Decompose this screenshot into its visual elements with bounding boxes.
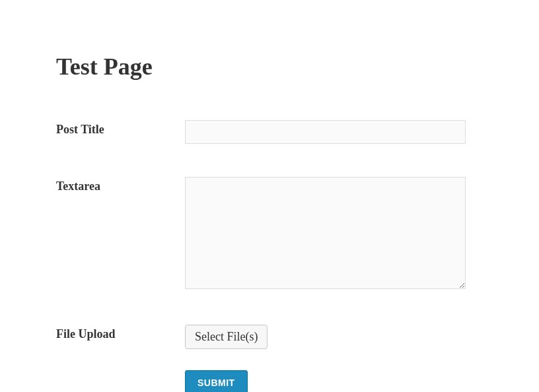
submit-row: SUBMIT bbox=[185, 370, 483, 392]
textarea-field bbox=[185, 177, 483, 292]
post-title-label: Post Title bbox=[56, 120, 185, 137]
textarea-input[interactable] bbox=[185, 177, 466, 289]
select-files-button[interactable]: Select File(s) bbox=[185, 325, 268, 349]
file-upload-field: Select File(s) bbox=[185, 325, 483, 349]
form-row-post-title: Post Title bbox=[56, 120, 483, 144]
post-title-input[interactable] bbox=[185, 120, 466, 144]
submit-button[interactable]: SUBMIT bbox=[185, 370, 248, 392]
form-row-textarea: Textarea bbox=[56, 177, 483, 292]
textarea-label: Textarea bbox=[56, 177, 185, 193]
post-title-field bbox=[185, 120, 483, 144]
page-title: Test Page bbox=[56, 53, 483, 81]
page-container: Test Page Post Title Textarea File Uploa… bbox=[0, 0, 539, 392]
form-row-file-upload: File Upload Select File(s) bbox=[56, 325, 483, 349]
file-upload-label: File Upload bbox=[56, 325, 185, 341]
